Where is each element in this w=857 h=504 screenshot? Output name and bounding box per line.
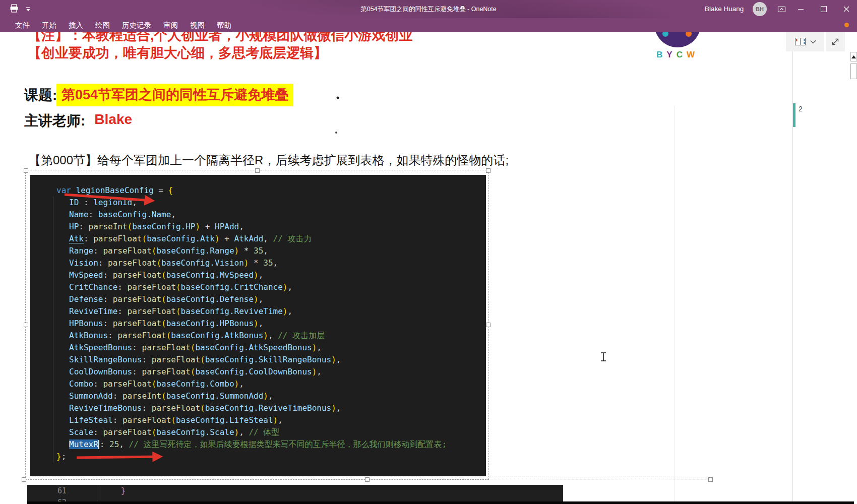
code-comment: // 体型 (249, 427, 279, 437)
code-token: ( (161, 391, 166, 401)
line-number: 61 (57, 486, 88, 495)
diagonal-expand-icon (831, 37, 840, 46)
code-token: parseFloat (152, 355, 200, 364)
avatar[interactable]: BH (753, 2, 767, 16)
code-line: Vision: parseFloat(baseConfig.Vision) * … (56, 257, 447, 269)
code-token: : (98, 258, 108, 268)
code-token: baseConfig.LifeSteal (176, 415, 273, 425)
selection-handle[interactable] (22, 477, 26, 482)
code-token: ) (283, 282, 288, 292)
code-token: : (113, 415, 123, 425)
code-token: baseConfig.Defense (166, 294, 254, 304)
code-token: parseFloat (103, 379, 151, 389)
logo-letter-Y: Y (666, 50, 672, 60)
selection-handle[interactable] (486, 168, 491, 173)
menu-item-1[interactable]: 文件 (15, 21, 30, 30)
code-token: ( (161, 319, 166, 328)
code-line: ReviveTime: parseFloat(baseConfig.Revive… (56, 305, 447, 318)
code-token: * (249, 258, 263, 268)
full-page-view-button[interactable] (826, 32, 845, 51)
code-token: baseConfig.Scale (156, 427, 234, 437)
scrollbar-up-button[interactable] (850, 52, 857, 61)
menu-item-8[interactable]: 帮助 (217, 21, 231, 30)
gutter-divider (97, 485, 97, 501)
code-token: , (119, 439, 129, 449)
code-comment: // 攻击加层 (278, 331, 325, 340)
code-token: ) (312, 343, 317, 352)
code-line: Atk: parseFloat(baseConfig.Atk) + AtkAdd… (56, 233, 447, 245)
code-token: parseFloat (152, 403, 200, 413)
code-line: HPBonus: parseFloat(baseConfig.HPBonus), (56, 318, 447, 330)
code-token: 25 (109, 439, 119, 449)
close-icon (843, 6, 849, 12)
code-token: baseConfig.SummonAdd (166, 391, 264, 401)
code-token: SkillRangeBonus (69, 355, 142, 364)
code-token: AtkAdd (234, 234, 264, 243)
menu-item-7[interactable]: 视图 (190, 21, 205, 30)
selection-handle[interactable] (255, 168, 260, 173)
code-token: baseConfig.CritChance (181, 282, 283, 292)
code-token: ID (69, 198, 79, 207)
code-token: MutexR (69, 439, 98, 449)
code-token: , (132, 198, 137, 207)
code-token: , (288, 282, 293, 292)
maximize-button[interactable] (812, 0, 835, 18)
code-token: parseFloat (128, 306, 176, 316)
reading-view-button[interactable] (786, 32, 824, 51)
maximize-icon (821, 6, 827, 12)
code-token: parseInt (89, 222, 128, 231)
code-token: legionBaseConfig (76, 185, 154, 195)
closing-brace: } (121, 486, 126, 495)
code-token: * (239, 246, 254, 256)
scrollbar-thumb[interactable] (850, 64, 857, 79)
code-token: parseFloat (117, 331, 166, 340)
selection-handle[interactable] (24, 168, 28, 173)
code-token: : (117, 306, 127, 316)
menu-item-5[interactable]: 历史记录 (122, 21, 151, 30)
code-token: : (79, 222, 88, 231)
code-token (71, 185, 76, 195)
code-token: baseConfig.Combo (156, 379, 234, 389)
chevron-down-icon (810, 40, 816, 44)
code-token: baseConfig.HPBonus (166, 319, 254, 328)
code-token: ( (176, 306, 181, 316)
code-token: ) (331, 403, 336, 413)
code-token: parseFloat (142, 343, 191, 352)
code-token: parseFloat (113, 319, 161, 328)
code-token: : (103, 270, 112, 280)
code-token: baseConfig.Vision (161, 258, 244, 268)
selection-handle[interactable] (24, 323, 28, 327)
bottom-black-bar (27, 501, 854, 504)
code-token: HPAdd (215, 222, 239, 231)
selection-handle[interactable] (365, 477, 370, 482)
menu-item-6[interactable]: 审阅 (163, 21, 178, 30)
code-token: Defense (69, 294, 103, 304)
code-comment: // 攻击力 (273, 234, 312, 243)
code-line: AtkSpeedBonus: parseFloat(baseConfig.Atk… (56, 342, 447, 354)
code-token: baseConfig.SkillRangeBonus (205, 355, 331, 364)
minimize-button[interactable] (789, 0, 812, 18)
code-token: ReviveTimeBonus (69, 403, 142, 413)
code-screenshot-bottom[interactable]: 61 62 } (27, 485, 563, 501)
selection-handle[interactable] (708, 477, 713, 482)
code-token: ( (200, 355, 205, 364)
selection-handle[interactable] (486, 323, 491, 327)
code-line: Defense: parseFloat(baseConfig.Defense), (56, 293, 447, 305)
code-token: , (317, 367, 322, 376)
code-token: : (93, 246, 103, 256)
code-token: ) (234, 379, 239, 389)
menu-item-2[interactable]: 开始 (42, 21, 56, 30)
code-token: : (142, 403, 152, 413)
code-token: + (220, 234, 234, 243)
menu-item-4[interactable]: 绘图 (95, 21, 110, 30)
editor-caret (98, 440, 99, 449)
close-button[interactable] (835, 0, 857, 18)
code-token: ) (254, 319, 259, 328)
code-token: var (56, 185, 71, 195)
menu-item-3[interactable]: 插入 (69, 21, 83, 30)
code-screenshot[interactable]: var legionBaseConfig = {ID : legionId,Na… (30, 175, 486, 476)
code-line: LifeSteal: parseFloat(baseConfig.LifeSte… (56, 414, 447, 426)
code-line: AtkBonus: parseFloat(baseConfig.AtkBonus… (56, 330, 447, 342)
code-line: CritChance: parseFloat(baseConfig.CritCh… (56, 281, 447, 293)
account-user-name[interactable]: Blake Huang (705, 0, 744, 18)
